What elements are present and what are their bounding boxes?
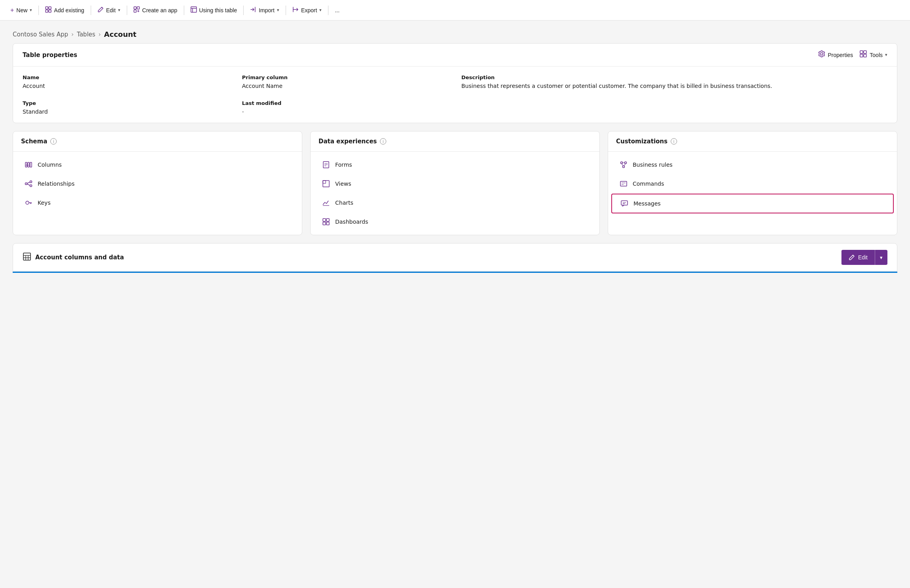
add-existing-label: Add existing — [54, 7, 84, 13]
bottom-bar-title-text: Account columns and data — [35, 254, 124, 261]
import-label: Import — [259, 7, 275, 13]
svg-point-10 — [820, 53, 823, 55]
svg-rect-4 — [134, 7, 136, 9]
import-button[interactable]: Import ▾ — [246, 4, 283, 17]
add-existing-button[interactable]: Add existing — [41, 4, 88, 17]
business-rules-item[interactable]: Business rules — [611, 156, 894, 174]
data-experiences-title: Data experiences — [319, 138, 377, 145]
customizations-header: Customizations i — [608, 131, 897, 152]
description-value: Business that represents a customer or p… — [462, 83, 888, 89]
commands-icon — [619, 179, 628, 188]
main-content: Table properties Properties — [0, 43, 910, 285]
svg-line-22 — [27, 182, 30, 183]
edit-main-label: Edit — [858, 254, 868, 261]
tools-chevron: ▾ — [885, 52, 887, 57]
relationships-label: Relationships — [38, 181, 74, 187]
properties-button[interactable]: Properties — [818, 50, 853, 60]
description-group: Description Business that represents a c… — [462, 74, 888, 115]
svg-rect-33 — [323, 181, 326, 183]
name-value: Account — [23, 83, 236, 89]
table-properties-title: Table properties — [23, 51, 77, 59]
primary-column-value: Account Name — [242, 83, 455, 89]
new-button[interactable]: + New ▾ — [6, 4, 36, 16]
customizations-items: Business rules Commands — [608, 152, 897, 217]
using-table-icon — [191, 6, 197, 14]
views-item[interactable]: Views — [314, 175, 596, 193]
export-button[interactable]: Export ▾ — [288, 4, 326, 17]
data-experiences-card: Data experiences i Forms — [310, 131, 600, 235]
toolbar: + New ▾ Add existing Edit ▾ — [0, 0, 910, 21]
edit-btn-group: Edit ▾ — [841, 250, 887, 265]
card-header-actions: Properties Tools ▾ — [818, 50, 888, 60]
forms-item[interactable]: Forms — [314, 156, 596, 174]
table-properties-card: Table properties Properties — [13, 43, 897, 123]
bottom-progress-bar — [13, 272, 897, 273]
bottom-bar: Account columns and data Edit ▾ — [13, 243, 897, 272]
breadcrumb-tables[interactable]: Tables — [77, 31, 95, 38]
schema-card: Schema i Abc Columns — [13, 131, 302, 235]
customizations-info-icon[interactable]: i — [671, 138, 677, 145]
svg-rect-17 — [30, 162, 32, 167]
svg-rect-5 — [137, 7, 139, 9]
breadcrumb-app[interactable]: Contoso Sales App — [13, 31, 68, 38]
messages-item[interactable]: Messages — [611, 194, 894, 213]
svg-rect-37 — [323, 222, 326, 225]
breadcrumb-bar: Contoso Sales App › Tables › Account — [0, 21, 910, 43]
export-chevron: ▾ — [319, 8, 322, 13]
schema-header: Schema i — [13, 131, 302, 152]
svg-rect-2 — [46, 10, 48, 12]
schema-info-icon[interactable]: i — [50, 138, 57, 145]
cards-row: Schema i Abc Columns — [13, 131, 897, 235]
svg-rect-36 — [326, 219, 329, 221]
business-rules-label: Business rules — [633, 162, 673, 168]
breadcrumb-current: Account — [104, 30, 137, 38]
charts-label: Charts — [335, 200, 353, 206]
columns-icon: Abc — [24, 160, 33, 169]
using-table-button[interactable]: Using this table — [187, 4, 241, 17]
svg-point-19 — [25, 183, 27, 185]
forms-icon — [322, 160, 330, 169]
more-button[interactable]: ... — [331, 5, 343, 16]
commands-item[interactable]: Commands — [611, 175, 894, 193]
views-label: Views — [335, 181, 351, 187]
toolbar-divider-2 — [91, 6, 91, 15]
forms-label: Forms — [335, 162, 352, 168]
type-label: Type — [23, 100, 236, 106]
relationships-item[interactable]: Relationships — [16, 175, 299, 193]
tools-button[interactable]: Tools ▾ — [859, 50, 887, 60]
svg-point-40 — [625, 162, 627, 164]
business-rules-icon — [619, 160, 628, 169]
edit-toolbar-button[interactable]: Edit ▾ — [93, 4, 124, 17]
data-experiences-header: Data experiences i — [311, 131, 599, 152]
breadcrumb-sep-2: › — [99, 31, 101, 38]
breadcrumb-sep-1: › — [71, 31, 74, 38]
create-app-label: Create an app — [142, 7, 177, 13]
svg-point-39 — [621, 162, 623, 164]
charts-icon — [322, 198, 330, 207]
svg-rect-1 — [49, 7, 51, 9]
edit-toolbar-label: Edit — [106, 7, 116, 13]
svg-rect-14 — [864, 54, 866, 57]
keys-item[interactable]: Keys — [16, 194, 299, 212]
edit-main-button[interactable]: Edit — [841, 250, 875, 265]
charts-item[interactable]: Charts — [314, 194, 596, 212]
svg-rect-35 — [323, 219, 326, 221]
customizations-title: Customizations — [616, 138, 668, 145]
card-header: Table properties Properties — [13, 44, 897, 67]
svg-rect-7 — [191, 7, 196, 12]
create-app-button[interactable]: Create an app — [130, 4, 181, 17]
breadcrumb: Contoso Sales App › Tables › Account — [13, 30, 897, 38]
edit-toolbar-icon — [97, 6, 104, 14]
export-label: Export — [301, 7, 317, 13]
columns-item[interactable]: Abc Columns — [16, 156, 299, 174]
edit-chevron-button[interactable]: ▾ — [875, 251, 887, 265]
data-experiences-items: Forms Views — [311, 152, 599, 235]
primary-col-group: Primary column Account Name Last modifie… — [242, 74, 455, 115]
bottom-bar-title-group: Account columns and data — [23, 252, 124, 263]
data-experiences-info-icon[interactable]: i — [380, 138, 386, 145]
import-chevron: ▾ — [277, 8, 279, 13]
svg-point-24 — [26, 201, 29, 204]
svg-rect-6 — [134, 10, 136, 12]
dashboards-item[interactable]: Dashboards — [314, 213, 596, 231]
add-existing-icon — [45, 6, 52, 14]
